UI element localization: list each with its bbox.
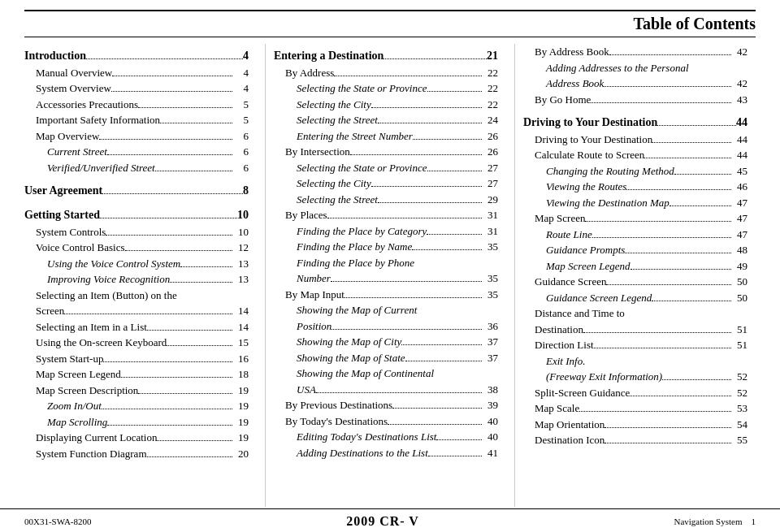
- page-number: 51: [731, 337, 748, 353]
- entry-label: Selecting the State or Province: [297, 160, 427, 176]
- entry-label: Number: [297, 270, 331, 287]
- toc-entry: Guidance Screen 50: [523, 274, 748, 290]
- dot-leader: [334, 76, 482, 76]
- toc-entry: Driving to Your Destination 44: [523, 132, 748, 148]
- toc-entry: Voice Control Basics 12: [24, 240, 249, 256]
- toc-section-header: Entering a Destination 21: [274, 47, 498, 65]
- dot-leader: [413, 139, 482, 140]
- toc-entry: Selecting an Item (Button) on the: [24, 288, 249, 304]
- page-number: 52: [731, 369, 748, 385]
- page-number: 54: [731, 417, 748, 433]
- toc-entry: System Function Diagram 20: [24, 446, 249, 462]
- page-number: 26: [482, 144, 498, 160]
- toc-section-header: Introduction 4: [24, 47, 249, 65]
- dot-leader: [412, 249, 482, 250]
- section-label: User Agreement: [24, 182, 102, 200]
- page-number: 22: [482, 80, 498, 97]
- toc-section-header: Getting Started 10: [24, 206, 249, 224]
- dot-leader: [125, 250, 232, 251]
- page-number: 51: [731, 322, 748, 338]
- footer-vehicle-model: 2009 CR- V: [346, 514, 419, 529]
- entry-label: Destination: [535, 322, 583, 338]
- entry-label: Selecting the Street: [297, 112, 378, 128]
- second-rule: [24, 37, 756, 37]
- entry-label: Verified/Unverified Street: [47, 160, 155, 176]
- entry-label: Split-Screen Guidance: [535, 385, 630, 401]
- toc-entry: Accessories Precautions 5: [24, 97, 249, 113]
- toc-entry: Position 36: [274, 318, 498, 335]
- dot-leader: [147, 456, 233, 457]
- dot-leader: [392, 408, 482, 409]
- entry-label: System Overview: [36, 80, 111, 97]
- dot-leader: [609, 54, 731, 55]
- dot-leader: [327, 218, 482, 218]
- toc-entry: Entering the Street Number 26: [274, 128, 498, 145]
- entry-label: Destination Icon: [535, 432, 604, 448]
- toc-entry: Finding the Place by Category 31: [274, 223, 498, 240]
- toc-entry: Map Screen Legend 49: [523, 258, 748, 275]
- dot-leader: [384, 58, 487, 59]
- toc-entry: Distance and Time to: [523, 305, 748, 322]
- entry-label: Map Scale: [535, 400, 579, 417]
- dot-leader: [626, 189, 731, 190]
- toc-entry: Direction List 51: [523, 337, 748, 353]
- entry-label: Manual Overview: [36, 65, 112, 81]
- toc-entry: Map Scrolling 19: [24, 414, 249, 430]
- footer-page-number: 1: [751, 517, 756, 526]
- dot-leader: [331, 281, 482, 282]
- page-number: 44: [736, 114, 748, 132]
- dot-leader: [427, 234, 482, 235]
- toc-entry: USA 38: [274, 382, 498, 398]
- page-title: Table of Contents: [0, 11, 780, 37]
- entry-label: By Intersection: [285, 144, 350, 160]
- entry-label: System Function Diagram: [36, 446, 147, 462]
- page-number: 6: [232, 160, 249, 176]
- dot-leader: [332, 329, 482, 330]
- dot-leader: [630, 396, 731, 396]
- page-number: 5: [232, 97, 249, 113]
- toc-entry: Screen 14: [24, 303, 249, 319]
- entry-label: Showing the Map of Current: [297, 302, 417, 318]
- entry-label: Map Screen Description: [36, 383, 138, 399]
- dot-leader: [371, 107, 482, 108]
- entry-label: USA: [297, 382, 316, 398]
- entry-label: Position: [297, 318, 332, 335]
- page-number: 8: [243, 182, 249, 200]
- entry-label: Displaying Current Location: [36, 430, 157, 446]
- toc-entry: Showing the Map of Continental: [274, 365, 498, 382]
- entry-label: Guidance Prompts: [546, 242, 625, 258]
- dot-leader: [604, 427, 731, 428]
- entry-label: Guidance Screen: [535, 274, 606, 290]
- dot-leader: [107, 154, 232, 155]
- page-number: 37: [482, 350, 498, 366]
- toc-entry: Improving Voice Recognition 13: [24, 271, 249, 288]
- section-label: Introduction: [24, 47, 86, 65]
- toc-section-header: User Agreement 8: [24, 182, 249, 200]
- entry-label: Map Overview: [36, 128, 99, 145]
- column-3: By Address Book 42Adding Addresses to th…: [523, 44, 756, 507]
- col1-divider: [265, 44, 266, 507]
- footer: 00X31-SWA-8200 2009 CR- V Navigation Sys…: [0, 508, 780, 532]
- footer-page-info: Navigation System 1: [674, 517, 756, 526]
- dot-leader: [344, 297, 482, 298]
- dot-leader: [428, 456, 482, 456]
- page-number: 42: [731, 76, 748, 92]
- entry-label: Using the Voice Control System: [47, 256, 180, 272]
- column-2: Entering a Destination 21By Address 22Se…: [274, 44, 506, 507]
- page-number: 38: [482, 382, 498, 398]
- page-number: 22: [482, 97, 498, 113]
- entry-label: Showing the Map of Continental: [297, 365, 434, 382]
- page-number: 47: [731, 227, 748, 243]
- entry-label: Route Line: [546, 227, 592, 243]
- entry-label: Screen: [36, 303, 64, 319]
- dot-leader: [644, 158, 731, 158]
- entry-label: By Places: [285, 207, 327, 223]
- page-number: 35: [482, 270, 498, 287]
- dot-leader: [652, 142, 731, 143]
- dot-leader: [401, 344, 482, 345]
- entry-label: By Map Input: [285, 287, 344, 303]
- toc-section-header: Driving to Your Destination 44: [523, 114, 748, 132]
- toc-entry: Map Scale 53: [523, 400, 748, 417]
- page-number: 14: [232, 319, 249, 335]
- entry-label: Direction List: [535, 337, 594, 353]
